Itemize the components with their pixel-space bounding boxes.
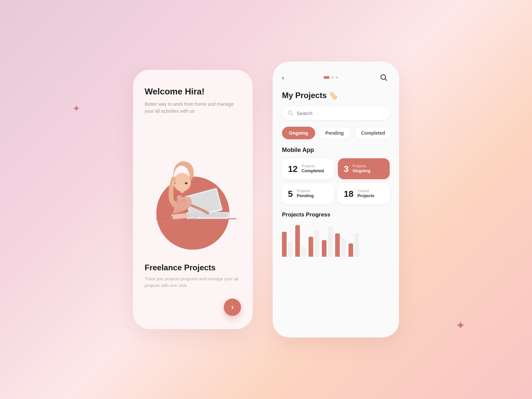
bar-group-1 bbox=[282, 232, 293, 257]
stats-grid: 12 Projects Completed 3 Projects Ongoing… bbox=[282, 158, 390, 204]
tab-ongoing[interactable]: Ongoing bbox=[282, 127, 315, 139]
bar-pink-4 bbox=[322, 240, 327, 257]
stat-labels-completed: Projects Completed bbox=[302, 164, 324, 174]
search-bar-icon bbox=[288, 110, 293, 116]
welcome-title: Welcome Hira! bbox=[145, 86, 241, 97]
bar-group-4 bbox=[322, 227, 332, 257]
bar-chart bbox=[282, 223, 390, 257]
dot-1 bbox=[324, 76, 330, 79]
stat-label-top-closed: Closed bbox=[357, 189, 374, 193]
stat-labels-closed: Closed Projects bbox=[357, 189, 374, 199]
stat-label-top-completed: Projects bbox=[302, 164, 324, 168]
bar-group-5 bbox=[335, 233, 346, 257]
sparkle-left-icon: ✦ bbox=[72, 103, 80, 114]
bar-pink-3 bbox=[309, 237, 313, 257]
bar-group-6 bbox=[348, 233, 359, 257]
stat-labels-pending: Projects Pending bbox=[297, 189, 314, 199]
back-button[interactable]: ‹ bbox=[282, 74, 284, 81]
stat-card-closed[interactable]: 18 Closed Projects bbox=[338, 183, 390, 204]
stat-number-pending: 5 bbox=[288, 190, 293, 198]
bar-light-6 bbox=[354, 233, 359, 257]
svg-point-13 bbox=[174, 182, 176, 184]
bar-light-2 bbox=[301, 247, 306, 257]
bar-light-4 bbox=[328, 227, 332, 257]
stat-label-bottom-completed: Completed bbox=[302, 168, 324, 174]
tab-completed[interactable]: Completed bbox=[354, 127, 392, 139]
bar-group-2 bbox=[295, 225, 306, 257]
stat-card-completed[interactable]: 12 Projects Completed bbox=[282, 158, 334, 179]
stat-card-pending[interactable]: 5 Projects Pending bbox=[282, 183, 334, 204]
stat-number-closed: 18 bbox=[344, 190, 353, 198]
next-button[interactable] bbox=[224, 299, 241, 316]
progress-section: Projects Progress bbox=[282, 211, 390, 328]
bar-group-3 bbox=[309, 230, 319, 257]
stat-label-bottom-pending: Pending bbox=[297, 193, 314, 199]
search-icon-button[interactable] bbox=[378, 71, 390, 83]
bar-light-3 bbox=[315, 230, 319, 257]
stat-label-top-ongoing: Projects bbox=[352, 164, 370, 168]
page-title-emoji: 🏷️ bbox=[329, 91, 338, 100]
svg-line-15 bbox=[385, 79, 387, 80]
progress-title: Projects Progress bbox=[282, 211, 390, 218]
stat-number-completed: 12 bbox=[288, 165, 298, 173]
svg-rect-6 bbox=[167, 216, 173, 220]
dots-indicator bbox=[324, 76, 338, 79]
tab-pending[interactable]: Pending bbox=[319, 127, 351, 139]
bar-light-1 bbox=[288, 242, 293, 257]
dot-3 bbox=[335, 76, 338, 79]
svg-line-17 bbox=[292, 114, 293, 115]
left-phone: Welcome Hira! Better way to work from ho… bbox=[133, 70, 253, 329]
bar-pink-2 bbox=[295, 225, 300, 257]
stat-number-ongoing: 3 bbox=[344, 165, 348, 173]
sparkle-right-icon: ✦ bbox=[456, 319, 466, 332]
phone-header: ‹ bbox=[282, 71, 390, 83]
phones-container: Welcome Hira! Better way to work from ho… bbox=[133, 62, 399, 337]
right-phone: ‹ My Projects 🏷️ bbox=[273, 62, 399, 337]
freelance-title: Freelance Projects bbox=[145, 263, 241, 272]
mobile-app-title: Mobile App bbox=[282, 147, 390, 154]
dot-2 bbox=[331, 76, 334, 79]
stat-label-bottom-closed: Projects bbox=[357, 193, 374, 199]
stat-labels-ongoing: Projects Ongoing bbox=[352, 164, 370, 174]
welcome-subtitle: Better way to work from home and manage … bbox=[145, 101, 241, 115]
bar-light-5 bbox=[341, 238, 346, 257]
freelance-subtitle: Track you projects progress and manage y… bbox=[145, 276, 241, 289]
filter-tabs: Ongoing Pending Completed bbox=[282, 127, 390, 139]
bar-pink-5 bbox=[335, 233, 340, 257]
person-illustration bbox=[146, 147, 239, 234]
bar-pink-6 bbox=[348, 243, 353, 257]
illustration-area bbox=[145, 125, 241, 256]
search-icon bbox=[380, 74, 387, 81]
stat-label-bottom-ongoing: Ongoing bbox=[352, 168, 370, 174]
stat-label-top-pending: Projects bbox=[297, 189, 314, 193]
svg-point-10 bbox=[174, 173, 191, 192]
stat-card-ongoing[interactable]: 3 Projects Ongoing bbox=[338, 158, 390, 179]
page-title: My Projects 🏷️ bbox=[282, 91, 390, 100]
search-bar[interactable] bbox=[282, 106, 390, 120]
search-input[interactable] bbox=[297, 110, 384, 116]
svg-point-11 bbox=[185, 182, 188, 184]
bar-pink-1 bbox=[282, 232, 287, 257]
page-title-text: My Projects bbox=[282, 91, 327, 100]
